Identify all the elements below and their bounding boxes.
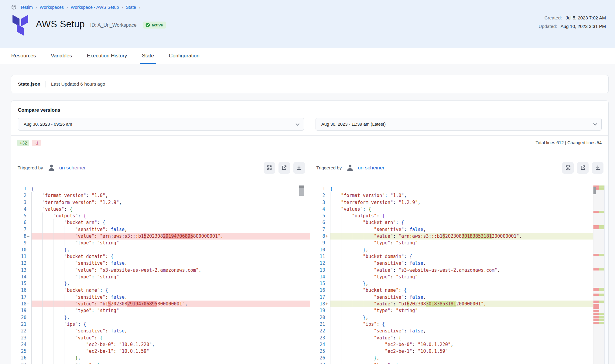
code-line: 26},: [11, 355, 310, 361]
triggered-by-user-link[interactable]: uri scheiner: [59, 165, 86, 171]
triggered-by-label: Triggered by: [316, 165, 342, 170]
breadcrumb-separator: ›: [67, 5, 68, 10]
code-line: 19"type": "string": [11, 307, 310, 314]
code-line: 24"ec2-be-0": "10.0.1.220",: [310, 341, 593, 348]
code-line: 5"outputs": {: [310, 213, 593, 219]
expand-fullscreen-button[interactable]: [264, 162, 275, 174]
breadcrumb-separator: ›: [36, 5, 37, 10]
code-line: 21"ips": {: [11, 321, 310, 328]
code-line: 15},: [11, 280, 310, 287]
code-lines: 1{2"format_version": "1.0",3"terraform_v…: [310, 185, 593, 364]
compare-card: Compare versions Aug 30, 2023 - 09:26 am…: [11, 100, 609, 364]
scrollbar-thumb[interactable]: [299, 188, 304, 196]
workspace-header: Testim › Workspaces › Workspace - AWS Se…: [0, 0, 615, 48]
download-icon: [296, 165, 302, 171]
code-line: 8+"value": "arn:aws:s3:::b16202308301838…: [310, 233, 593, 240]
code-panel-left[interactable]: 1{2"format_version": "1.0",3"terraform_v…: [11, 185, 310, 364]
expand-icon: [266, 165, 272, 171]
code-line: 4"values": {: [11, 206, 310, 213]
scrollbar-cap: [299, 185, 304, 188]
scrollbar-track[interactable]: [604, 185, 608, 364]
created-label: Created:: [545, 15, 562, 20]
code-line: 23"value": {: [11, 335, 310, 341]
updated-value: Aug 10, 2023 3:31 PM: [561, 24, 606, 29]
code-line: 11"bucket_domain": {: [11, 253, 310, 260]
tab-state[interactable]: State: [142, 48, 154, 64]
additions-badge: +32: [17, 140, 29, 146]
code-line: 13"value": "s3-website-us-west-2.amazona…: [11, 267, 310, 274]
expand-fullscreen-button[interactable]: [562, 162, 574, 174]
download-icon: [595, 165, 601, 171]
page-title: AWS Setup: [36, 19, 85, 30]
code-line: 14"type": "string": [11, 274, 310, 280]
code-line: 1{: [11, 185, 310, 192]
workspace-id: ID: A_Uri_Workspace: [90, 22, 137, 28]
user-avatar-icon: [346, 164, 354, 172]
code-line: 3"terraform_version": "1.2.9",: [310, 199, 593, 206]
tab-execution-history[interactable]: Execution History: [87, 48, 127, 64]
code-line: 14"type": "string": [310, 274, 593, 280]
code-line: 9"type": "string": [310, 240, 593, 246]
download-button[interactable]: [592, 162, 603, 174]
code-line: 26},: [310, 355, 593, 361]
tab-variables[interactable]: Variables: [51, 48, 72, 64]
version-select-left[interactable]: Aug 30, 2023 - 09:26 am: [18, 118, 304, 131]
open-external-button[interactable]: [577, 162, 589, 174]
breadcrumb: Testim › Workspaces › Workspace - AWS Se…: [11, 4, 606, 10]
workspace-tabs: Resources Variables Execution History St…: [0, 48, 615, 64]
external-link-icon: [281, 165, 287, 171]
code-panel-right[interactable]: 1{2"format_version": "1.0",3"terraform_v…: [310, 185, 609, 364]
box-icon: [11, 4, 17, 10]
last-updated-text: Last Updated 6 hours ago: [51, 81, 105, 87]
code-line: 16"bucket_name": {: [11, 287, 310, 294]
code-line: 25"ec2-be-1": "10.0.1.59": [310, 348, 593, 355]
updated-label: Updated:: [538, 24, 557, 29]
open-external-button[interactable]: [278, 162, 290, 174]
code-line: 1{: [310, 185, 593, 192]
code-line: 4"values": {: [310, 206, 593, 213]
chevron-down-icon: [593, 122, 597, 126]
tab-resources[interactable]: Resources: [11, 48, 36, 64]
breadcrumb-link-state[interactable]: State: [126, 5, 136, 10]
breadcrumb-link-workspaces[interactable]: Workspaces: [40, 5, 64, 10]
code-line: 15},: [310, 280, 593, 287]
compare-heading: Compare versions: [18, 107, 602, 113]
code-line: 20},: [11, 314, 310, 321]
tab-configuration[interactable]: Configuration: [169, 48, 200, 64]
diff-stats-row: +32 -1 Total lines 612 | Changed lines 5…: [11, 136, 608, 150]
diff-minimap[interactable]: [593, 185, 604, 364]
version-select-right[interactable]: Aug 30, 2023 - 11:39 am (Latest): [316, 118, 602, 131]
breadcrumb-separator: ›: [122, 5, 123, 10]
compare-section: Compare versions Aug 30, 2023 - 09:26 am…: [11, 101, 608, 135]
code-line: 10},: [310, 247, 593, 253]
divider: [46, 81, 46, 87]
diff-column-left: Triggered by uri scheiner: [11, 150, 310, 364]
code-line: 12"sensitive": false,: [11, 260, 310, 267]
diff-right-header: Triggered by uri scheiner: [310, 150, 609, 185]
download-button[interactable]: [293, 162, 305, 174]
diff-column-right: Triggered by uri scheiner: [310, 150, 609, 364]
code-line: 17"sensitive": false,: [11, 294, 310, 301]
code-line: 24"ec2-be-0": "10.0.1.220",: [11, 341, 310, 348]
code-line: 27"type": [: [11, 362, 310, 364]
minimap-scroll-thumb[interactable]: [593, 187, 596, 194]
code-line: 25"ec2-be-1": "10.0.1.59": [11, 348, 310, 355]
code-line: 21"ips": {: [310, 321, 593, 328]
code-line: 7"sensitive": false,: [310, 226, 593, 233]
user-avatar-icon: [47, 164, 56, 172]
code-line: 2"format_version": "1.0",: [310, 192, 593, 199]
code-line: 23"value": {: [310, 335, 593, 341]
triggered-by-user-link[interactable]: uri scheiner: [358, 165, 384, 171]
workspace-dates: Created: Jul 5, 2023 7:02 AM Updated: Au…: [538, 15, 606, 32]
triggered-by-label: Triggered by: [18, 165, 43, 170]
code-line: 18−"value": "b15202308291947068958000000…: [11, 301, 310, 307]
page: Testim › Workspaces › Workspace - AWS Se…: [0, 0, 615, 364]
status-badge: active: [143, 22, 166, 29]
status-badge-label: active: [152, 23, 163, 27]
code-line: 5"outputs": {: [11, 213, 310, 219]
terraform-logo-icon: [12, 13, 29, 36]
breadcrumb-link-workspace-aws-setup[interactable]: Workspace - AWS Setup: [71, 5, 119, 10]
code-line: 19"type": "string": [310, 307, 593, 314]
breadcrumb-link-testim[interactable]: Testim: [20, 5, 33, 10]
version-select-left-value: Aug 30, 2023 - 09:26 am: [24, 122, 72, 127]
